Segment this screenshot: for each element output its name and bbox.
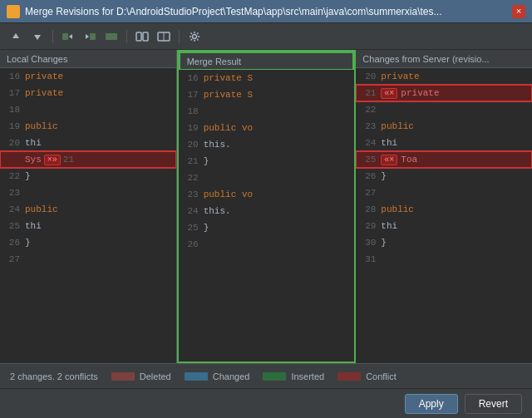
status-text: 2 changes. 2 conflicts [10, 371, 98, 381]
separator-1 [52, 30, 53, 43]
accept-right-button[interactable] [81, 27, 99, 46]
arrow-down-button[interactable] [28, 27, 47, 46]
inserted-label: Inserted [291, 371, 324, 381]
table-row: 21 } [179, 153, 355, 170]
table-row: 26 [179, 236, 355, 253]
table-row: 17 private S [179, 86, 355, 103]
table-row: 20 private [356, 68, 532, 85]
window-title: Merge Revisions for D:\AndroidStudioProj… [25, 6, 507, 17]
accept-both-button[interactable] [102, 27, 121, 46]
close-button[interactable]: × [512, 5, 525, 18]
table-row: 25 thi [0, 218, 176, 234]
table-row: 25 } [179, 219, 355, 236]
server-changes-header: Changes from Server (revisio... [356, 50, 532, 68]
changed-color-box [185, 372, 208, 381]
table-row: 26 } [356, 168, 532, 184]
inserted-color-box [263, 372, 286, 381]
table-row: 23 public [356, 118, 532, 135]
app-icon [7, 5, 20, 18]
table-row: 20 this. [179, 136, 355, 153]
arrow-up-button[interactable] [7, 27, 25, 46]
table-row: 26 } [0, 234, 176, 251]
table-row: 27 [356, 184, 532, 201]
table-row: 16 private S [179, 70, 355, 86]
table-row: 22 } [0, 168, 176, 184]
conflict-row-right-2: 25 «× Toa [356, 151, 532, 168]
changed-label: Changed [213, 371, 250, 381]
merge-result-code[interactable]: 16 private S 17 private S 18 19 public v… [179, 70, 355, 361]
action-bar: Apply Revert [0, 388, 532, 418]
table-row: 30 } [356, 234, 532, 251]
table-row: 18 [0, 101, 176, 118]
deleted-color-box [111, 372, 135, 381]
title-bar: Merge Revisions for D:\AndroidStudioProj… [0, 0, 532, 23]
table-row: 29 thi [356, 218, 532, 234]
table-row: 20 thi [0, 135, 176, 151]
svg-rect-5 [143, 32, 148, 41]
table-row: 27 [0, 251, 176, 268]
svg-rect-4 [136, 32, 141, 41]
table-row: 22 [179, 170, 355, 186]
table-row: 19 public vo [179, 120, 355, 136]
table-row: 24 this. [179, 203, 355, 219]
conflict-color-box [337, 372, 361, 381]
svg-point-8 [193, 34, 197, 38]
revert-button[interactable]: Revert [465, 394, 522, 414]
table-row: 23 [0, 184, 176, 201]
table-row: 31 [356, 251, 532, 268]
table-row: 24 thi [356, 135, 532, 151]
separator-2 [126, 30, 127, 43]
server-changes-code[interactable]: 20 private 21 «× private 22 23 [356, 68, 532, 363]
svg-rect-2 [90, 33, 96, 40]
server-changes-panel: Changes from Server (revisio... 20 priva… [356, 50, 532, 363]
legend-inserted: Inserted [263, 371, 324, 381]
local-changes-header: Local Changes [0, 50, 176, 68]
table-row: 28 public [356, 201, 532, 218]
merge-result-header: Merge Result [179, 52, 355, 70]
table-row: 24 public [0, 201, 176, 218]
legend-deleted: Deleted [111, 371, 171, 381]
conflict-label: Conflict [366, 371, 397, 381]
diff-mode-button[interactable] [155, 27, 173, 46]
table-row: 23 public vo [179, 186, 355, 203]
apply-button[interactable]: Apply [405, 394, 458, 414]
accept-left-button[interactable] [59, 27, 77, 46]
table-row: 17 private [0, 85, 176, 101]
merge-result-panel: Merge Result 16 private S 17 private S 1… [177, 50, 357, 363]
toolbar [0, 23, 532, 50]
legend-changed: Changed [185, 371, 250, 381]
svg-rect-3 [106, 33, 117, 40]
svg-rect-1 [62, 33, 68, 40]
conflict-row-left: Sys ×» 21 [0, 151, 176, 168]
legend-bar: 2 changes. 2 conflicts Deleted Changed I… [0, 363, 532, 388]
table-row: 19 public [0, 118, 176, 135]
local-changes-code[interactable]: 16 private 17 private 18 19 public [0, 68, 176, 363]
separator-3 [179, 30, 180, 43]
diff-panels: Local Changes 16 private 17 private 18 1… [0, 50, 532, 363]
table-row: 16 private [0, 68, 176, 85]
view-mode-button[interactable] [133, 27, 151, 46]
legend-conflict: Conflict [337, 371, 397, 381]
table-row: 18 [179, 103, 355, 120]
settings-button[interactable] [185, 27, 204, 46]
deleted-label: Deleted [140, 371, 171, 381]
conflict-row-right-1: 21 «× private [356, 85, 532, 101]
table-row: 22 [356, 101, 532, 118]
table-row [179, 253, 355, 269]
local-changes-panel: Local Changes 16 private 17 private 18 1… [0, 50, 177, 363]
